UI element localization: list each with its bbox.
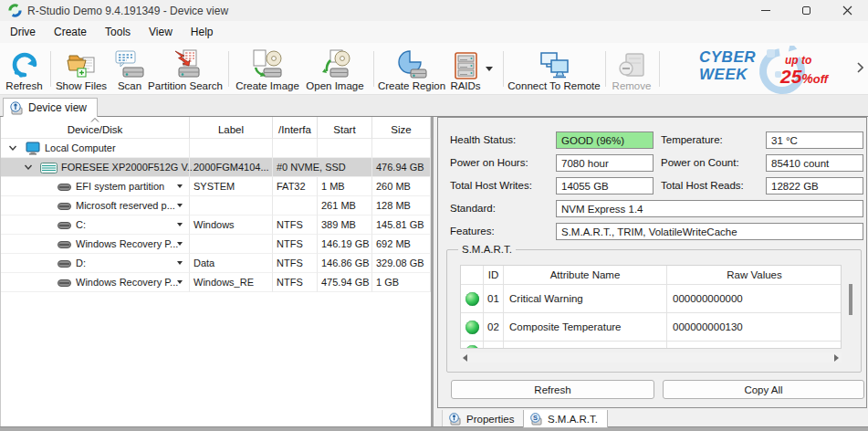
tab-properties[interactable]: Properties (442, 410, 524, 428)
column-header-start[interactable]: Start (318, 117, 372, 139)
menu-tools[interactable]: Tools (96, 21, 140, 43)
tree-header: Device/Disk Label /Interfa Start Size (1, 117, 431, 139)
toolbar-overflow-chevron-icon[interactable] (856, 62, 863, 73)
total-host-writes-value: 14055 GB (556, 177, 654, 194)
column-header-interface[interactable]: /Interfa (273, 117, 318, 139)
toolbar-separator (605, 51, 606, 87)
status-column-header[interactable] (461, 266, 484, 285)
partition-dropdown-icon[interactable] (177, 204, 183, 207)
scroll-right-icon[interactable] (834, 354, 839, 362)
tab-smart[interactable]: S S.M.A.R.T. (523, 410, 608, 428)
menu-help[interactable]: Help (182, 21, 223, 43)
standard-value: NVM Express 1.4 (556, 200, 863, 217)
status-ok-icon (465, 292, 479, 306)
banner-puzzle-icon (767, 49, 775, 58)
create-image-button[interactable]: Create Image (232, 46, 303, 93)
power-on-count-label: Power on Count: (661, 157, 739, 168)
tree-row-recovery-partition-1[interactable]: Windows Recovery P... NTFS 146.19 GB 692… (1, 235, 431, 254)
create-region-button[interactable]: Create Region (376, 46, 447, 93)
menu-drive[interactable]: Drive (1, 21, 45, 43)
horizontal-scrollbar[interactable] (460, 352, 842, 363)
refresh-icon (10, 46, 39, 79)
close-icon (842, 5, 852, 16)
refresh-button[interactable]: Refresh (0, 46, 48, 93)
copy-all-button[interactable]: Copy All (663, 380, 864, 399)
tab-label: Properties (466, 414, 514, 425)
raids-icon (454, 46, 478, 79)
tree-row-msr-partition[interactable]: Microsoft reserved p... 261 MB 128 MB (1, 196, 431, 216)
remove-button[interactable]: Remove (608, 46, 655, 93)
smart-group-box: S.M.A.R.T. ID Attribute Name Raw Values … (446, 249, 862, 373)
partition-icon (58, 203, 71, 210)
connect-to-remote-button[interactable]: Connect To Remote (507, 46, 601, 93)
tree-row-c-drive[interactable]: C: Windows NTFS 389 MB 145.81 GB (1, 216, 431, 235)
features-value: S.M.A.R.T., TRIM, VolatileWriteCache (556, 223, 863, 240)
health-status-value: GOOD (96%) (556, 131, 654, 149)
minimize-button[interactable] (745, 0, 786, 21)
smart-row-partial[interactable] (461, 342, 841, 349)
partition-search-icon (171, 46, 200, 79)
id-column-header[interactable]: ID (484, 266, 504, 285)
tree-row-d-drive[interactable]: D: Data NTFS 146.86 GB 329.08 GB (1, 254, 431, 273)
view-tab-bar: Device view (0, 95, 868, 117)
tree-row-recovery-partition-2[interactable]: Windows Recovery P... Windows_RE NTFS 47… (1, 273, 431, 292)
health-status-label: Health Status: (450, 134, 516, 145)
smart-group-title: S.M.A.R.T. (458, 244, 516, 255)
total-host-reads-label: Total Host Reads: (661, 180, 744, 191)
total-host-reads-value: 12822 GB (766, 177, 863, 194)
maximize-icon (802, 6, 810, 15)
expand-chevron-icon[interactable] (8, 144, 17, 152)
app-logo-icon (8, 4, 22, 17)
smart-refresh-button[interactable]: Refresh (451, 380, 654, 399)
partition-dropdown-icon[interactable] (177, 261, 183, 265)
vertical-scrollbar-thumb[interactable] (849, 284, 852, 315)
scan-button[interactable]: Scan (111, 46, 148, 93)
menu-create[interactable]: Create (45, 21, 96, 43)
menu-bar: Drive Create Tools View Help (0, 21, 868, 43)
smart-table: ID Attribute Name Raw Values 01 Critical… (460, 265, 842, 349)
expand-chevron-icon[interactable] (24, 163, 33, 171)
column-header-label[interactable]: Label (190, 117, 273, 139)
computer-icon (26, 142, 40, 155)
banner-upto-text: up to (785, 54, 811, 67)
sort-ascending-icon (90, 118, 99, 122)
maximize-button[interactable] (786, 0, 827, 21)
partition-search-button[interactable]: Partition Search (147, 46, 224, 93)
toolbar-separator (373, 51, 374, 87)
smart-row-critical-warning[interactable]: 01 Critical Warning 000000000000 (461, 285, 841, 313)
cyber-week-banner[interactable]: CYBER WEEK up to 25%off (685, 43, 858, 95)
partition-dropdown-icon[interactable] (177, 223, 183, 226)
show-files-button[interactable]: Show Files (52, 46, 110, 93)
tree-row-foresee-drive[interactable]: FORESEE XP2000F512G V... 2000FGM4104... … (1, 158, 431, 177)
menu-view[interactable]: View (140, 21, 182, 43)
attribute-column-header[interactable]: Attribute Name (504, 266, 667, 285)
power-on-count-value: 85410 count (766, 154, 863, 172)
partition-dropdown-icon[interactable] (177, 184, 183, 188)
raids-dropdown-icon[interactable] (486, 67, 493, 71)
power-on-hours-value: 7080 hour (556, 154, 654, 172)
features-label: Features: (450, 226, 495, 237)
smart-row-composite-temperature[interactable]: 02 Composite Temperature 000000000130 (461, 313, 841, 342)
column-header-device-disk[interactable]: Device/Disk (1, 117, 190, 139)
close-button[interactable] (827, 0, 868, 21)
open-image-button[interactable]: Open Image (302, 46, 368, 93)
raids-button[interactable]: RAIDs (446, 46, 485, 93)
connect-to-remote-icon (538, 46, 570, 79)
tree-row-local-computer[interactable]: Local Computer (1, 139, 431, 158)
device-tree-panel: Device/Disk Label /Interfa Start Size Lo… (0, 117, 434, 426)
tree-row-efi-partition[interactable]: EFI system partition SYSTEM FAT32 1 MB 2… (1, 177, 431, 196)
smart-table-header: ID Attribute Name Raw Values (461, 266, 841, 285)
partition-icon (58, 184, 71, 191)
column-header-size[interactable]: Size (372, 117, 431, 139)
tab-device-view[interactable]: Device view (3, 98, 98, 117)
banner-text: WEEK (699, 66, 748, 84)
partition-dropdown-icon[interactable] (177, 242, 183, 246)
toolbar-separator (228, 51, 229, 87)
temperature-value: 31 °C (766, 131, 863, 149)
scroll-left-icon[interactable] (463, 354, 467, 362)
disk-drive-icon (40, 163, 58, 173)
partition-dropdown-icon[interactable] (177, 280, 183, 284)
toolbar-separator (659, 51, 660, 87)
total-host-writes-label: Total Host Writes: (450, 180, 532, 191)
raw-values-column-header[interactable]: Raw Values (667, 266, 842, 285)
